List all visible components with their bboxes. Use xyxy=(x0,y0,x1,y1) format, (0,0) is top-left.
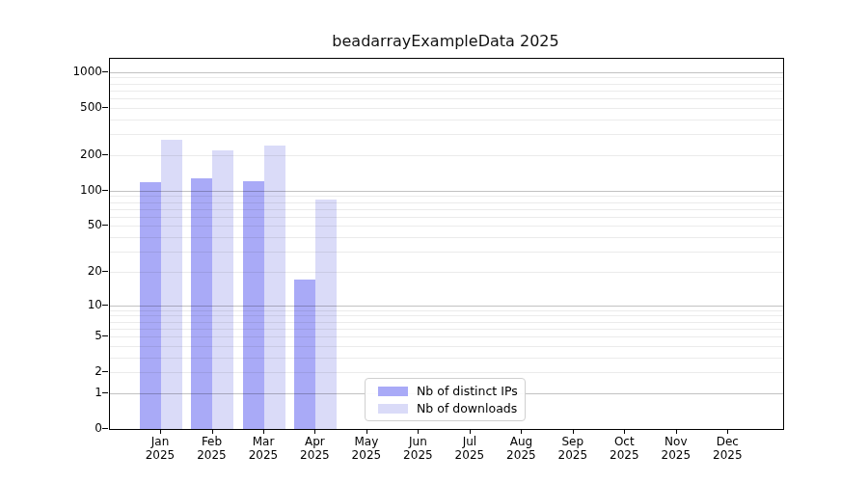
grid-layer xyxy=(110,59,783,429)
y-tick-label: 1 xyxy=(0,385,102,400)
y-tick-mark xyxy=(102,71,108,72)
gridline-minor xyxy=(110,196,783,197)
x-tick-mark xyxy=(263,430,264,434)
y-tick-label: 1000 xyxy=(0,64,102,79)
x-tick-mark xyxy=(573,430,574,434)
legend-swatch-distinct-ips xyxy=(378,387,408,396)
gridline-minor xyxy=(110,155,783,156)
x-tick-mark xyxy=(212,430,213,434)
y-tick-label: 5 xyxy=(0,328,102,343)
gridline-minor xyxy=(110,322,783,323)
x-tick-mark xyxy=(521,430,522,434)
y-tick-label: 2 xyxy=(0,363,102,379)
plot-area xyxy=(109,58,784,430)
y-tick-label: 200 xyxy=(0,147,102,162)
gridline-minor xyxy=(110,329,783,330)
y-tick-label: 20 xyxy=(0,263,102,279)
y-tick-mark xyxy=(102,428,108,429)
x-tick-mark xyxy=(676,430,677,434)
y-tick-mark xyxy=(102,371,108,372)
gridline-minor xyxy=(110,91,783,92)
y-tick-label: 100 xyxy=(0,182,102,198)
y-tick-mark xyxy=(102,107,108,108)
gridline-minor xyxy=(110,336,783,337)
gridline-minor xyxy=(110,372,783,373)
x-tick-mark xyxy=(624,430,625,434)
gridline-minor xyxy=(110,346,783,347)
legend-label-distinct-ips: Nb of distinct IPs xyxy=(417,385,518,398)
legend-row-downloads: Nb of downloads xyxy=(378,402,525,415)
gridline-minor xyxy=(110,226,783,227)
gridline-minor xyxy=(110,209,783,210)
y-tick-mark xyxy=(102,335,108,336)
y-tick-label: 500 xyxy=(0,99,102,115)
x-tick-mark xyxy=(314,430,315,434)
chart-title: beadarrayExampleData 2025 xyxy=(109,33,782,50)
y-tick-label: 10 xyxy=(0,297,102,312)
gridline-minor xyxy=(110,77,783,78)
gridline-major xyxy=(110,191,783,192)
gridline-minor xyxy=(110,217,783,218)
legend-box: Nb of distinct IPs Nb of downloads xyxy=(365,378,526,421)
y-tick-label: 50 xyxy=(0,217,102,232)
legend-swatch-downloads xyxy=(378,404,408,414)
gridline-minor xyxy=(110,237,783,238)
gridline-minor xyxy=(110,98,783,99)
gridline-minor xyxy=(110,108,783,109)
y-tick-label: 0 xyxy=(0,420,102,436)
gridline-minor xyxy=(110,315,783,316)
gridline-minor xyxy=(110,310,783,311)
y-tick-mark xyxy=(102,190,108,191)
x-tick-label-month: Dec xyxy=(689,436,766,449)
y-axis-tick-labels: 01251020501002005001000 xyxy=(0,0,102,482)
gridline-minor xyxy=(110,272,783,273)
x-tick-label: Dec2025 xyxy=(689,436,766,462)
gridline-major xyxy=(110,72,783,73)
y-tick-mark xyxy=(102,271,108,272)
x-tick-mark xyxy=(418,430,419,434)
y-tick-mark xyxy=(102,392,108,393)
gridline-minor xyxy=(110,252,783,253)
legend-label-downloads: Nb of downloads xyxy=(417,402,517,415)
legend-row-distinct-ips: Nb of distinct IPs xyxy=(378,385,525,398)
x-tick-mark xyxy=(366,430,367,434)
gridline-minor xyxy=(110,84,783,85)
x-tick-mark xyxy=(160,430,161,434)
x-tick-mark xyxy=(470,430,471,434)
gridline-major xyxy=(110,306,783,307)
y-tick-mark xyxy=(102,225,108,226)
x-tick-label-year: 2025 xyxy=(689,449,766,463)
gridline-minor xyxy=(110,202,783,203)
gridline-minor xyxy=(110,358,783,359)
gridline-minor xyxy=(110,134,783,135)
y-tick-mark xyxy=(102,305,108,306)
x-tick-mark xyxy=(727,430,728,434)
y-tick-mark xyxy=(102,154,108,155)
gridline-minor xyxy=(110,120,783,120)
figure: beadarrayExampleData 2025 01251020501002… xyxy=(0,0,868,482)
